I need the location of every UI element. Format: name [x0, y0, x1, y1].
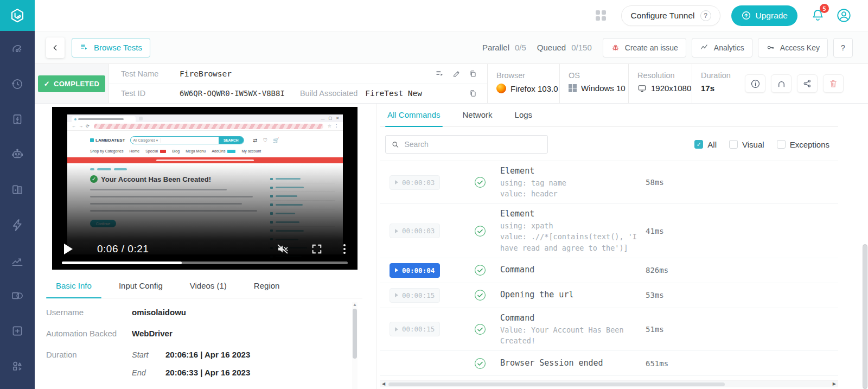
- video-progress-bar[interactable]: [62, 262, 348, 264]
- command-row[interactable]: 00:00:15Opening the url53ms: [380, 283, 838, 308]
- command-duration: 53ms: [646, 291, 664, 299]
- sidebar-item-dashboard[interactable]: [0, 31, 35, 66]
- play-icon: [395, 293, 398, 297]
- scroll-right-icon[interactable]: ▶: [833, 381, 836, 386]
- search-input[interactable]: [405, 140, 542, 149]
- sidebar-item-new-test[interactable]: [0, 313, 35, 348]
- command-search[interactable]: [385, 135, 548, 154]
- command-detail: value: .//*[contains(text(), 'I have rea…: [500, 231, 646, 253]
- filter-exceptions[interactable]: Exceptions: [777, 140, 829, 149]
- sidebar-item-analytics[interactable]: [0, 243, 35, 278]
- sidebar-item-hyperexecute[interactable]: [0, 207, 35, 243]
- play-icon: [395, 229, 398, 233]
- create-issue-label: Create an issue: [625, 43, 678, 52]
- command-row[interactable]: Browser Session ended651ms: [380, 351, 838, 376]
- checkbox-all[interactable]: ✓: [694, 140, 703, 149]
- automation-row: Automation Backed WebDriver: [46, 323, 350, 344]
- browse-tests-button[interactable]: Browse Tests: [72, 38, 150, 58]
- video-menu-icon[interactable]: [343, 244, 346, 254]
- upgrade-button[interactable]: Upgrade: [731, 5, 797, 26]
- user-avatar-icon[interactable]: [836, 8, 852, 23]
- timestamp-chip[interactable]: 00:00:15: [390, 322, 440, 336]
- create-issue-button[interactable]: Create an issue: [603, 38, 686, 58]
- command-detail: using: xpath: [500, 220, 646, 231]
- timestamp-chip[interactable]: 00:00:03: [390, 224, 440, 238]
- commands-horizontal-scrollbar[interactable]: ◀ ▶: [380, 380, 838, 387]
- test-name-value: FireBrowser: [180, 69, 232, 78]
- page-scrollbar[interactable]: [862, 0, 868, 389]
- notifications-button[interactable]: 5: [810, 8, 825, 23]
- sidebar-item-test-history[interactable]: [0, 66, 35, 101]
- sidebar-item-more-products[interactable]: [0, 348, 35, 384]
- delete-button[interactable]: [823, 74, 844, 93]
- command-row[interactable]: 00:00:03Elementusing: tag namevalue: hea…: [380, 161, 838, 204]
- command-row[interactable]: 00:00:03Elementusing: xpathvalue: .//*[c…: [380, 204, 838, 258]
- test-video-player[interactable]: —▢✕ ←→⟳ ☆⋮ LAMBDATEST All Categories ▾ S…: [52, 107, 358, 270]
- command-detail: using: tag name: [500, 177, 646, 188]
- command-title: Element: [500, 208, 646, 220]
- shapes-icon: [10, 359, 24, 373]
- timestamp-chip[interactable]: 00:00:04: [390, 263, 440, 278]
- left-panel-scrollbar[interactable]: ▲: [352, 302, 358, 389]
- queue-list-icon[interactable]: [435, 69, 445, 79]
- command-detail: Value: Your Account Has Been Created!: [500, 324, 646, 347]
- tab-network[interactable]: Network: [461, 104, 495, 126]
- success-check-icon: [474, 358, 486, 369]
- site-nav-item: My account: [241, 149, 261, 153]
- build-name-value[interactable]: FireTest New: [365, 89, 422, 98]
- sidebar-item-app-testing[interactable]: [0, 172, 35, 207]
- filter-label: All: [707, 140, 717, 149]
- scroll-left-icon[interactable]: ◀: [382, 381, 385, 386]
- page-scrollbar-thumb[interactable]: [863, 244, 867, 389]
- edit-pencil-icon[interactable]: [452, 69, 461, 78]
- configure-tunnel-button[interactable]: Configure Tunnel ?: [621, 5, 720, 26]
- play-icon: [395, 180, 398, 184]
- copy-icon[interactable]: [469, 69, 477, 78]
- tab-all-commands[interactable]: All Commands: [385, 104, 443, 126]
- scroll-up-icon[interactable]: ▲: [352, 302, 358, 308]
- h-scrollbar-thumb[interactable]: [388, 382, 725, 386]
- site-nav-item: AddOns: [212, 149, 225, 153]
- search-icon: [391, 140, 400, 149]
- fullscreen-icon[interactable]: [311, 243, 323, 255]
- tab-videos-1[interactable]: Videos (1): [180, 274, 237, 298]
- filter-all[interactable]: ✓All: [694, 140, 717, 149]
- site-header-icons: ⇄♡🛒: [253, 137, 279, 143]
- tab-input-config[interactable]: Input Config: [109, 274, 173, 298]
- back-button[interactable]: [46, 37, 65, 58]
- plus-square-icon: [10, 324, 24, 338]
- filter-visual[interactable]: Visual: [729, 140, 764, 149]
- sidebar-item-realtime[interactable]: [0, 101, 35, 137]
- status-cell: [460, 225, 500, 237]
- tunnel-button[interactable]: [771, 74, 792, 93]
- checkbox-visual[interactable]: [729, 140, 738, 149]
- checkbox-exceptions[interactable]: [777, 140, 786, 149]
- access-key-button[interactable]: Access Key: [758, 38, 828, 58]
- command-title: Opening the url: [500, 289, 646, 301]
- muted-speaker-icon[interactable]: [276, 243, 289, 256]
- tab-basic-info[interactable]: Basic Info: [46, 274, 101, 298]
- command-row[interactable]: 00:00:15CommandValue: Your Account Has B…: [380, 308, 838, 351]
- help-button[interactable]: ?: [833, 38, 853, 58]
- play-button[interactable]: [64, 244, 73, 254]
- timestamp-chip[interactable]: 00:00:15: [390, 288, 440, 303]
- tab-logs[interactable]: Logs: [513, 104, 535, 126]
- command-row[interactable]: 00:00:04Command826ms: [380, 258, 838, 283]
- copy-icon[interactable]: [469, 89, 477, 98]
- chevron-left-icon: [51, 43, 60, 52]
- info-button[interactable]: [745, 74, 765, 93]
- tab-region[interactable]: Region: [244, 274, 290, 298]
- main-content: —▢✕ ←→⟳ ☆⋮ LAMBDATEST All Categories ▾ S…: [35, 104, 868, 389]
- timestamp-chip[interactable]: 00:00:03: [390, 175, 440, 190]
- end-value: 20:06:33 | Apr 16 2023: [165, 368, 250, 377]
- sidebar-item-visual-testing[interactable]: [0, 278, 35, 313]
- scrollbar-thumb[interactable]: [353, 309, 357, 359]
- status-label: COMPLETED: [54, 80, 99, 88]
- tunnel-help-icon[interactable]: ?: [700, 10, 711, 21]
- lambdatest-logo[interactable]: [0, 0, 35, 31]
- site-search-bar: All Categories ▾ SEARCH: [130, 136, 244, 144]
- sidebar-item-automation[interactable]: [0, 137, 35, 172]
- analytics-button[interactable]: Analytics: [692, 38, 752, 58]
- share-button[interactable]: [797, 74, 818, 93]
- apps-grid-icon[interactable]: [596, 10, 606, 21]
